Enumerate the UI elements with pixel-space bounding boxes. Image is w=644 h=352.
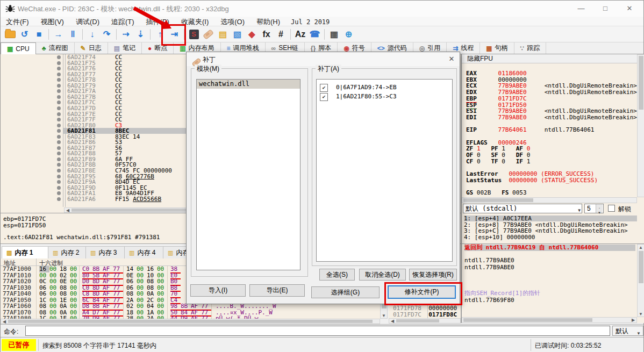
stack-row[interactable]: 0171FD7C 0171FD8C (393, 312, 457, 318)
breakpoint-dot-icon[interactable] (57, 124, 61, 127)
tab-CPU[interactable]: ▦CPU (1, 42, 36, 55)
stack-info-vscroll-thumb[interactable] (639, 251, 643, 283)
register-line[interactable]: EFLAGS 00000246 (466, 140, 527, 146)
breakpoint-dot-icon[interactable] (57, 163, 61, 167)
register-line[interactable]: GS 002B FS 0053 (466, 190, 527, 196)
spin-down-icon[interactable]: ▼ (596, 209, 603, 213)
breakpoint-dot-icon[interactable] (57, 61, 61, 65)
patch-item[interactable]: ✔0|6A7F1AD9:74->EB (317, 83, 452, 92)
memory-row[interactable]: 77AF107008000A00A4D7AF7718001A005084AF77… (1, 310, 380, 316)
unlock-checkbox[interactable] (608, 205, 615, 212)
scylla-plugin-icon[interactable]: S (187, 27, 201, 41)
register-line[interactable]: EDX 77B9ABE0 <ntdll.DbgUiRemoteBreakin> (466, 89, 637, 95)
minimize-button[interactable]: — (573, 3, 589, 15)
tab-流程图[interactable]: ♣流程图 (36, 42, 75, 54)
register-line[interactable]: CF 0 TF 0 IF 1 (466, 159, 530, 164)
globe-icon[interactable]: ⊕ (341, 27, 356, 41)
argument-line[interactable]: 3: [esp+C] 77B9ABE0 <ntdll.DbgUiRemoteBr… (464, 228, 637, 234)
stack-info-hscrollbar[interactable]: ▶ (462, 317, 637, 323)
export-button[interactable]: 导出(E) (249, 284, 305, 297)
breakpoint-dot-icon[interactable] (57, 140, 61, 144)
breakpoint-dot-icon[interactable] (57, 73, 61, 76)
pick-groups-button[interactable]: 选择组(G) (311, 286, 380, 298)
argument-line[interactable]: 4: [esp+10] 00000000 (464, 234, 637, 240)
spin-up-icon[interactable]: ▲ (596, 204, 603, 209)
register-line[interactable]: EBP 0171FD7C (466, 96, 527, 102)
calling-convention-select[interactable]: 默认 (stdcall) ▼ (463, 204, 582, 213)
dialog-close-icon[interactable]: ✕ (446, 54, 457, 64)
labels-icon[interactable]: ▧ (230, 27, 245, 41)
restart-icon[interactable]: ↺ (17, 27, 32, 41)
breakpoint-dot-icon[interactable] (57, 67, 61, 70)
strings-icon[interactable]: Az (293, 27, 307, 41)
breakpoint-dot-icon[interactable] (57, 129, 61, 133)
register-line[interactable]: EAX 01186000 (466, 70, 527, 76)
breakpoint-dot-icon[interactable] (57, 118, 61, 121)
register-line[interactable]: ZF 1 PF 1 AF 0 (466, 146, 530, 152)
register-line[interactable]: ECX 77B9ABE0 <ntdll.DbgUiRemoteBreakin> (466, 83, 637, 89)
breakpoint-dot-icon[interactable] (57, 135, 61, 139)
menu-item[interactable]: 调试(D) (76, 17, 99, 27)
registers-vscroll-thumb[interactable] (639, 56, 643, 110)
registers-hscroll-thumb[interactable] (463, 198, 533, 202)
register-line[interactable]: LastStatus 00000000 (STATUS_SUCCESS) (466, 177, 598, 183)
register-line[interactable]: ESI 77B9ABE0 <ntdll.DbgUiRemoteBreakin> (466, 108, 637, 114)
argument-line[interactable]: 1: [esp+4] A0C17EEA (464, 215, 637, 221)
breakpoint-dot-icon[interactable] (57, 186, 61, 190)
breakpoint-dot-icon[interactable] (57, 106, 61, 110)
command-input[interactable] (25, 326, 610, 336)
register-line[interactable]: OF 0 SF 0 DF 0 (466, 152, 530, 158)
pause-icon[interactable]: ‖ (66, 27, 80, 41)
stack-hscroll-thumb[interactable] (396, 319, 439, 322)
import-button[interactable]: 导入(I) (190, 284, 246, 297)
stack-info-hscroll-thumb[interactable] (463, 318, 592, 322)
tab-笔记[interactable]: ▤笔记 (108, 42, 142, 54)
tab-日志[interactable]: ✎日志 (75, 42, 108, 54)
menu-item[interactable]: 选项(O) (220, 17, 245, 27)
comments-icon[interactable]: ▤ (216, 27, 230, 41)
breakpoint-dot-icon[interactable] (57, 89, 61, 93)
command-profile-select[interactable]: 默认 ▼ (612, 326, 643, 336)
stack-row[interactable]: 0171FD78 00000000 (393, 305, 457, 311)
breakpoint-dot-icon[interactable] (57, 84, 61, 88)
breakpoint-dot-icon[interactable] (57, 197, 61, 201)
step-into-icon[interactable]: ↓ (85, 27, 99, 41)
argument-line[interactable]: 2: [esp+8] 77B9ABE0 <ntdll.DbgUiRemoteBr… (464, 222, 637, 228)
scroll-down-icon[interactable]: ▼ (638, 312, 643, 317)
scroll-right-icon[interactable]: ▶ (631, 318, 636, 322)
hide-fpu-button[interactable]: 隐藏FPU (462, 54, 637, 63)
scroll-down-icon[interactable]: ▼ (381, 313, 387, 318)
maximize-button[interactable]: □ (597, 3, 613, 15)
step-over-icon[interactable]: ↷ (99, 27, 114, 41)
select-all-button[interactable]: 全选(S) (319, 269, 355, 281)
breakpoint-dot-icon[interactable] (57, 100, 61, 104)
open-file-icon[interactable] (3, 27, 17, 41)
menu-item[interactable]: 视图(V) (41, 17, 64, 27)
stack-info-line[interactable]: 返回到 ntdll.77B9AC19 自 ntdll.77B64060 (464, 245, 635, 251)
phone-icon[interactable]: ☎ (307, 27, 322, 41)
module-item[interactable]: wechatwin.dll (197, 80, 300, 89)
memory-hscroll-thumb[interactable] (8, 320, 373, 323)
stack-info-line[interactable]: ntdll.77B9ABE0 (464, 264, 635, 271)
patch-checkbox[interactable]: ✔ (320, 84, 328, 92)
stack-info-line[interactable]: ntdll.77B9ABE0 (464, 257, 635, 264)
patches-list[interactable]: ✔0|6A7F1AD9:74->EB✔1|6AD21F80:55->C3 (316, 79, 453, 262)
close-button[interactable]: ✕ (621, 3, 638, 15)
modules-list[interactable]: wechatwin.dll (196, 79, 300, 270)
memory-tab-1[interactable]: ▥内存 1 (2, 246, 55, 259)
scroll-left-icon[interactable]: ◀ (65, 209, 70, 213)
breakpoint-dot-icon[interactable] (57, 95, 61, 99)
scroll-left-icon[interactable]: ◀ (390, 319, 395, 324)
stack-info-line[interactable]: 指向SEH_Record[1]的指针 (464, 290, 635, 297)
register-line[interactable]: LastError 00000000 (ERROR_SUCCESS) (466, 171, 594, 177)
menu-item[interactable]: 文件(F) (6, 17, 29, 27)
patch-item[interactable]: ✔1|6AD21F80:55->C3 (317, 92, 452, 101)
registers-hscrollbar[interactable] (462, 197, 637, 203)
stack-info-vscrollbar[interactable]: ▲ ▼ (637, 244, 644, 317)
argument-count-stepper[interactable]: 5 ▲ ▼ (584, 204, 604, 213)
scroll-up-icon[interactable]: ▲ (638, 245, 643, 250)
registers-vscrollbar[interactable] (637, 54, 644, 197)
register-line[interactable]: EDI 77B9ABE0 <ntdll.DbgUiRemoteBreakin> (466, 114, 637, 120)
hash-icon[interactable]: # (274, 27, 288, 41)
breakpoint-dot-icon[interactable] (57, 180, 61, 184)
